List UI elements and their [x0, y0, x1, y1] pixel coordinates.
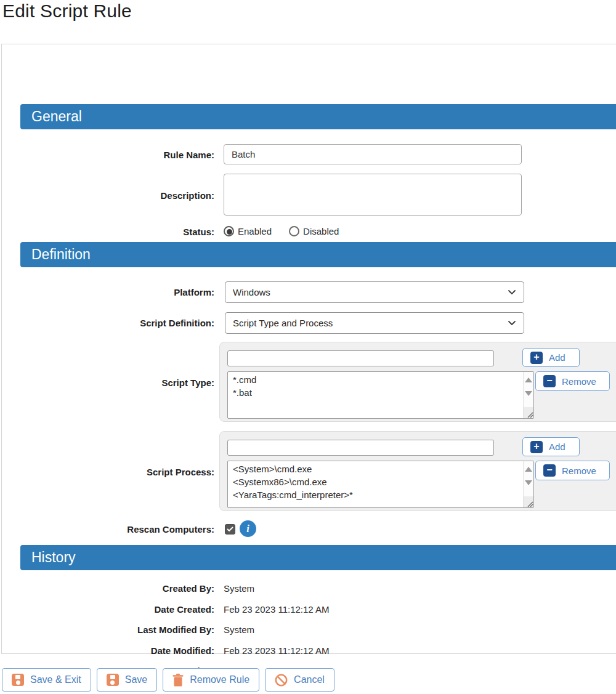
platform-selected-value: Windows	[233, 287, 270, 297]
date-modified-value: Feb 23 2023 11:12:12 AM	[224, 645, 330, 656]
cancel-label: Cancel	[294, 674, 325, 685]
form-container: General Rule Name: Description: Status: …	[1, 44, 616, 654]
edit-script-rule-page: Edit Script Rule General Rule Name: Desc…	[0, 0, 616, 694]
save-label: Save	[125, 674, 147, 685]
ban-icon	[275, 674, 288, 687]
scrollbar[interactable]	[523, 372, 533, 418]
description-label: Description:	[63, 190, 214, 201]
save-and-exit-button[interactable]: Save & Exit	[2, 668, 91, 692]
footer-button-bar: Save & Exit Save Remove Rule Cancel	[2, 668, 334, 692]
remove-button-label: Remove	[562, 376, 596, 387]
script-definition-select[interactable]: Script Type and Process	[225, 312, 524, 334]
trash-icon	[172, 674, 184, 687]
scrollbar[interactable]	[523, 461, 533, 507]
script-process-label: Script Process:	[63, 466, 214, 478]
script-type-items: *.cmd *.bat	[228, 372, 523, 418]
script-definition-label: Script Definition:	[63, 317, 214, 329]
script-process-add-button[interactable]: + Add	[522, 437, 580, 456]
resize-grip-icon[interactable]	[524, 496, 533, 507]
list-item[interactable]: *.cmd	[233, 373, 523, 386]
created-by-label: Created By:	[63, 583, 214, 594]
scroll-down-icon[interactable]	[525, 480, 532, 485]
status-label: Status:	[63, 226, 214, 238]
list-item[interactable]: <YaraTags:cmd_interpreter>*	[233, 488, 523, 501]
platform-label: Platform:	[63, 286, 214, 298]
date-created-label: Date Created:	[63, 603, 214, 615]
save-and-exit-label: Save & Exit	[30, 674, 81, 685]
script-definition-selected-value: Script Type and Process	[233, 318, 333, 328]
status-radio-group: Enabled Disabled	[224, 226, 339, 236]
script-process-items: <System>\cmd.exe <Systemx86>\cmd.exe <Ya…	[228, 461, 523, 507]
rule-name-input[interactable]	[224, 144, 522, 164]
chevron-down-icon	[508, 289, 516, 295]
save-button[interactable]: Save	[97, 668, 157, 692]
status-disabled-radio[interactable]	[289, 226, 299, 236]
section-header-general: General	[20, 104, 616, 129]
save-icon	[12, 674, 24, 686]
script-process-add-input[interactable]	[227, 440, 494, 456]
list-item[interactable]: <System>\cmd.exe	[233, 462, 523, 475]
minus-icon: −	[543, 464, 556, 477]
rescan-computers-checkbox[interactable]	[225, 524, 235, 535]
chevron-down-icon	[508, 320, 516, 326]
plus-icon: +	[530, 352, 543, 364]
scroll-up-icon[interactable]	[525, 377, 532, 382]
section-header-history: History	[20, 545, 616, 570]
script-process-list[interactable]: <System>\cmd.exe <Systemx86>\cmd.exe <Ya…	[227, 461, 534, 508]
script-process-remove-button[interactable]: − Remove	[535, 461, 610, 480]
platform-select[interactable]: Windows	[225, 281, 524, 303]
cancel-button[interactable]: Cancel	[265, 668, 334, 692]
script-type-add-button[interactable]: + Add	[522, 348, 580, 367]
created-by-value: System	[224, 583, 254, 594]
list-item[interactable]: <Systemx86>\cmd.exe	[233, 475, 523, 488]
script-type-list[interactable]: *.cmd *.bat	[227, 371, 534, 419]
rescan-computers-label: Rescan Computers:	[63, 523, 214, 535]
scroll-up-icon[interactable]	[525, 467, 532, 472]
script-type-label: Script Type:	[63, 377, 214, 389]
remove-rule-button[interactable]: Remove Rule	[163, 668, 259, 692]
page-title: Edit Script Rule	[2, 1, 132, 22]
last-modified-by-label: Last Modified By:	[63, 624, 214, 635]
date-modified-label: Date Modified:	[63, 645, 214, 656]
info-icon[interactable]: i	[240, 520, 256, 537]
remove-button-label: Remove	[562, 466, 596, 476]
add-button-label: Add	[549, 442, 565, 452]
last-modified-by-value: System	[224, 624, 254, 635]
scroll-down-icon[interactable]	[525, 391, 532, 396]
remove-rule-label: Remove Rule	[190, 674, 249, 685]
plus-icon: +	[530, 441, 543, 453]
save-icon	[107, 674, 119, 686]
script-type-add-input[interactable]	[227, 350, 494, 366]
rule-name-label: Rule Name:	[63, 149, 214, 161]
date-created-value: Feb 23 2023 11:12:12 AM	[224, 603, 330, 615]
section-header-definition: Definition	[20, 242, 616, 267]
list-item[interactable]: *.bat	[233, 386, 523, 399]
script-type-remove-button[interactable]: − Remove	[535, 371, 610, 391]
add-button-label: Add	[549, 352, 565, 363]
resize-grip-icon[interactable]	[524, 407, 533, 418]
status-enabled-radio[interactable]	[224, 226, 234, 236]
description-input[interactable]	[224, 174, 522, 216]
status-enabled-label: Enabled	[238, 226, 272, 236]
status-disabled-label: Disabled	[303, 226, 339, 236]
minus-icon: −	[543, 375, 556, 387]
